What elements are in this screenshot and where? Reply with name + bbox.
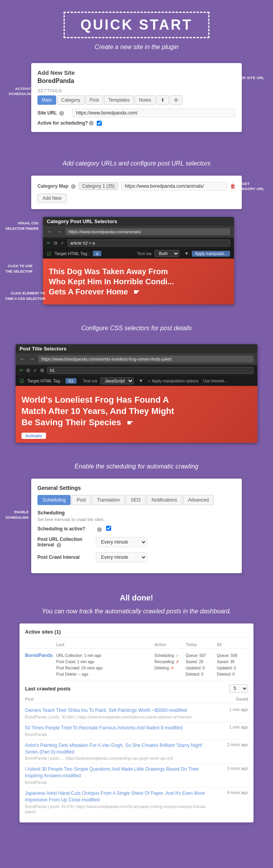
- post-url-interval-select[interactable]: Every minute Every 5 minutes Every 10 mi…: [96, 537, 147, 547]
- site-name-cell: BoredPanda: [25, 653, 56, 658]
- tab-templates[interactable]: Templates: [104, 95, 134, 105]
- post-title-window-title: Post Title Selectors: [16, 344, 257, 353]
- selector-copy-icon[interactable]: ⧉: [54, 240, 57, 246]
- annotation-click-to-use: CLICK TO USETHE SELECTOR: [5, 264, 32, 274]
- test-via-select[interactable]: Both CSS XPath: [154, 250, 179, 257]
- selector-input-field[interactable]: [67, 239, 230, 246]
- post-url-info-icon[interactable]: i: [57, 543, 61, 548]
- site-url-info-icon[interactable]: i: [59, 111, 64, 116]
- posts-table-header: Post Saved: [25, 695, 248, 703]
- activity-post-recrawl: Post Recrawl: 24 mins ago: [56, 665, 154, 671]
- last-crawled-label: Last crawled posts: [25, 686, 71, 692]
- category-row: Category Map i Category 1 (35) https://w…: [37, 182, 236, 190]
- post-tag-label: Animals: [21, 433, 46, 439]
- css-selectors-subtitle: Configure CSS selectors for post details: [16, 325, 257, 332]
- category-subtitle: Add category URLs and configure post URL…: [16, 160, 257, 167]
- tab-upload[interactable]: ⬆: [156, 95, 169, 105]
- scheduling-active-value: i: [96, 526, 236, 532]
- post-saved-1: 1 min ago: [217, 707, 248, 712]
- post-title-2[interactable]: 50 Times People Tried To Recreate Famous…: [25, 725, 217, 731]
- today-deleted: Deleted: 0: [186, 671, 217, 678]
- active-scheduling-checkbox[interactable]: [97, 121, 102, 126]
- active-scheduling-label: Active for scheduling?: [37, 120, 88, 126]
- dashboard-table-header: Last Active Today All: [25, 641, 248, 649]
- gen-tab-seo[interactable]: SEO: [126, 495, 145, 505]
- posts-col-saved: Saved: [217, 697, 248, 701]
- test-via-label: Test via: [137, 251, 151, 256]
- browser-window-title: Category Post URL Selectors: [43, 217, 234, 226]
- scheduling-active-info-icon[interactable]: i: [97, 527, 102, 532]
- gen-tab-advanced[interactable]: Advanced: [183, 495, 214, 505]
- category-map-label: Category Map i: [37, 183, 76, 189]
- today-queue: Queue: 507: [186, 653, 217, 659]
- post-crawl-interval-row: Post Crawl Interval Every minute Every 5…: [37, 552, 236, 562]
- post-browser-back-btn[interactable]: ←: [20, 356, 26, 363]
- settings-section-label: Settings: [37, 88, 236, 93]
- post-selector-edit-icon[interactable]: ✏: [20, 368, 23, 373]
- post-title-4[interactable]: I Asked 30 People Two Simple Questions A…: [25, 766, 217, 779]
- post-selector-extra-icon[interactable]: ⊞: [40, 368, 44, 373]
- post-title-5[interactable]: Japanese Artist Hand-Cuts Octopus From A…: [25, 790, 217, 803]
- post-saved-5: 4 mins ago: [217, 790, 248, 795]
- gen-tab-translation[interactable]: Translation: [92, 495, 125, 505]
- active-scheduling-info-icon[interactable]: i: [89, 121, 94, 125]
- test-via-dropdown-arrow: ▼: [184, 251, 189, 256]
- category-map-info-icon[interactable]: i: [71, 184, 76, 189]
- last-crawled-header: Last crawled posts 5 10 25: [25, 684, 248, 693]
- post-test-via-select[interactable]: JavaScript Both CSS: [100, 377, 134, 384]
- quick-start-section: QUICK START Create a new site in the plu…: [0, 0, 273, 834]
- tab-post[interactable]: Post: [85, 95, 103, 105]
- browser-addressbar[interactable]: https://www.boredpanda.com/animals/: [66, 228, 230, 235]
- add-new-button[interactable]: Add New: [37, 194, 67, 203]
- general-settings-card: General Settings Scheduling Post Transla…: [31, 479, 242, 573]
- post-item-4: I Asked 30 People Two Simple Questions A…: [25, 764, 248, 788]
- post-browser-addressbar[interactable]: https://www.boredpanda.com/worlds-loneli…: [38, 356, 254, 363]
- all-done-title: All done!: [16, 593, 257, 602]
- category-badge: Category 1 (35): [79, 182, 118, 190]
- post-selector-input-field[interactable]: [47, 367, 254, 374]
- add-new-site-card: Add New Site BoredPanda Settings Main Ca…: [31, 63, 242, 132]
- post-title-1[interactable]: Owners Teach Their Shiba Inu To Paint, S…: [25, 707, 217, 714]
- post-test-via-label: Test via: [83, 379, 97, 383]
- scheduling-status: Scheduling: ✓: [154, 653, 186, 659]
- post-target-tag-checkbox[interactable]: ☑: [20, 378, 24, 384]
- category-section-header: Add category URLs and configure post URL…: [0, 148, 273, 176]
- post-selector-check-icon[interactable]: ✓: [33, 368, 37, 373]
- post-browser-forward-btn[interactable]: →: [29, 356, 35, 363]
- today-stats-cell: Queue: 507 Saved: 29 Updated: 0 Deleted:…: [186, 653, 217, 678]
- site-url-row: Site URL i https://www.boredpanda.com/: [37, 109, 236, 117]
- post-item-3: Artist's Painting Gets Mistaken For A Va…: [25, 740, 248, 764]
- active-scheduling-row: Active for scheduling? i: [37, 120, 236, 126]
- tab-notes[interactable]: Notes: [135, 95, 155, 105]
- gen-tab-notifications[interactable]: Notifications: [147, 495, 182, 505]
- post-crawl-interval-select[interactable]: Every minute Every 5 minutes Every 10 mi…: [96, 552, 147, 562]
- scheduling-section-header: Enable the scheduling for automatic craw…: [0, 451, 273, 479]
- col-today: Today: [186, 642, 217, 647]
- article-preview-title: This Dog Was Taken Away FromWho Kept Him…: [49, 266, 228, 297]
- gen-tab-post[interactable]: Post: [71, 495, 91, 505]
- activity-url-collection: URL Collection: 1 min ago: [56, 653, 154, 659]
- post-saved-3: 2 mins ago: [217, 742, 248, 747]
- post-selector-copy-icon[interactable]: ⧉: [27, 368, 30, 373]
- browser-forward-btn[interactable]: →: [56, 228, 62, 235]
- annotation-target-category: ← TARGET CATEGORY URL: [228, 181, 264, 191]
- browser-back-btn[interactable]: ←: [47, 228, 53, 235]
- dashboard-card: Active sites (1) Last Active Today All B…: [20, 623, 254, 822]
- gen-tab-scheduling[interactable]: Scheduling: [37, 495, 71, 505]
- post-title-3[interactable]: Artist's Painting Gets Mistaken For A Va…: [25, 742, 217, 755]
- posts-count-select[interactable]: 5 10 25: [229, 684, 248, 693]
- activity-post-crawl: Post Crawl: 1 min ago: [56, 659, 154, 665]
- all-updated: Updated: 0: [217, 665, 248, 671]
- all-deleted: Deleted: 0: [217, 671, 248, 678]
- apply-manipulation-btn[interactable]: Apply manipulati...: [192, 251, 230, 257]
- scheduling-active-checkbox[interactable]: [106, 526, 111, 531]
- target-tag-checkbox[interactable]: ☑: [47, 251, 51, 257]
- tab-settings-gear[interactable]: ⚙: [170, 95, 183, 105]
- selector-edit-icon[interactable]: ✏: [47, 240, 51, 246]
- annotation-visual-css: VISUAL CSSSELECTOR FINDER: [5, 221, 39, 231]
- tab-category[interactable]: Category: [57, 95, 85, 105]
- selector-check-icon[interactable]: ✓: [60, 240, 64, 246]
- post-target-html-label: Target HTML Tag :: [27, 379, 62, 383]
- tab-main[interactable]: Main: [37, 95, 56, 105]
- css-selectors-section-header: Configure CSS selectors for post details: [0, 312, 273, 340]
